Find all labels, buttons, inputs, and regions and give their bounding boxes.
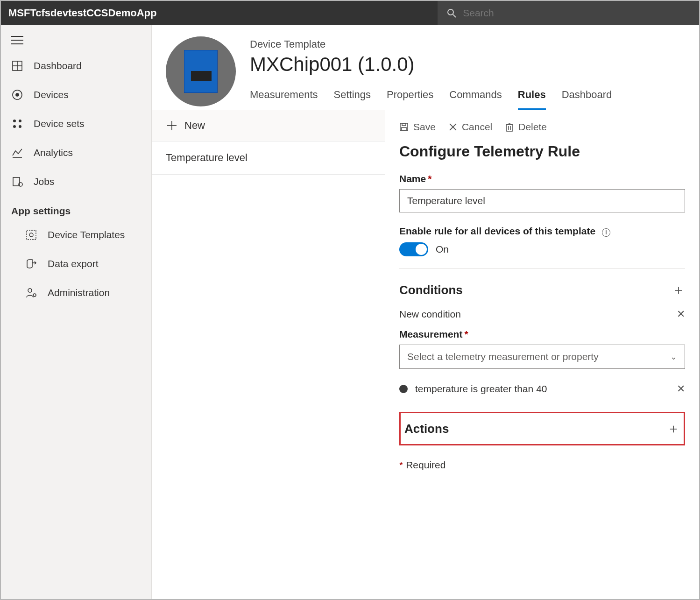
search-icon: [446, 7, 457, 19]
jobs-icon: [11, 176, 23, 188]
hamburger-menu[interactable]: [1, 29, 151, 51]
measurement-select[interactable]: Select a telemetry measurement or proper…: [399, 345, 685, 369]
rule-detail-panel: Save Cancel Delete Configure Telemetry R…: [385, 110, 699, 599]
sidebar-item-devices[interactable]: Devices: [1, 80, 151, 109]
rule-name-input[interactable]: [399, 189, 685, 212]
tab-rules[interactable]: Rules: [518, 89, 546, 110]
sidebar-item-label: Administration: [48, 287, 110, 298]
top-bar: MSFTcfsdevtestCCSDemoApp: [1, 1, 699, 25]
condition-dot-icon: [399, 385, 408, 393]
search-input[interactable]: [463, 7, 691, 19]
svg-point-0: [448, 9, 453, 15]
dashboard-icon: [11, 60, 23, 72]
export-icon: [25, 258, 37, 270]
sidebar-item-label: Devices: [34, 89, 69, 100]
svg-point-12: [13, 125, 16, 128]
breadcrumb: Device Template: [250, 36, 685, 50]
sidebar-section-app-settings: App settings: [1, 196, 151, 220]
rules-list: New Temperature level: [152, 110, 385, 599]
svg-rect-29: [507, 125, 512, 131]
tab-dashboard[interactable]: Dashboard: [562, 89, 612, 110]
sidebar-item-jobs[interactable]: Jobs: [1, 167, 151, 196]
close-icon: [449, 123, 457, 131]
conditions-heading: Conditions: [399, 283, 463, 297]
sidebar-item-label: Data export: [48, 258, 99, 269]
sidebar-item-device-templates[interactable]: Device Templates: [1, 220, 151, 249]
svg-rect-26: [402, 127, 406, 131]
device-image: [166, 36, 236, 106]
svg-rect-25: [402, 123, 406, 126]
sidebar-item-label: Jobs: [34, 176, 54, 187]
save-icon: [399, 122, 409, 132]
sidebar-item-analytics[interactable]: Analytics: [1, 138, 151, 167]
delete-button[interactable]: Delete: [505, 121, 547, 133]
actions-heading: Actions: [404, 422, 449, 436]
svg-point-18: [29, 233, 33, 237]
required-note: *Required: [399, 459, 685, 471]
divider: [399, 268, 685, 269]
sidebar-item-label: Analytics: [34, 147, 73, 158]
svg-point-20: [28, 289, 32, 292]
svg-point-21: [33, 294, 36, 296]
cancel-button[interactable]: Cancel: [449, 121, 492, 133]
plus-icon: [166, 120, 178, 132]
svg-point-10: [13, 120, 16, 122]
add-action-button[interactable]: ＋: [667, 420, 680, 438]
existing-condition: temperature is greater than 40: [415, 383, 547, 395]
sidebar-item-device-sets[interactable]: Device sets: [1, 109, 151, 138]
svg-point-11: [19, 120, 21, 122]
add-condition-button[interactable]: ＋: [672, 281, 685, 299]
template-title: MXChip001 (1.0.0): [250, 53, 685, 76]
tab-bar: Measurements Settings Properties Command…: [250, 89, 685, 110]
new-rule-label: New: [184, 120, 205, 132]
chevron-down-icon: ⌄: [670, 352, 677, 362]
sidebar-item-label: Device sets: [34, 118, 85, 129]
svg-rect-17: [27, 230, 36, 240]
trash-icon: [505, 122, 514, 132]
sidebar-item-administration[interactable]: Administration: [1, 278, 151, 307]
new-condition-label: New condition: [399, 309, 461, 320]
info-icon[interactable]: i: [602, 228, 610, 237]
new-rule-button[interactable]: New: [152, 110, 385, 141]
tab-properties[interactable]: Properties: [387, 89, 433, 110]
actions-section-highlight: Actions ＋: [399, 412, 685, 445]
device-sets-icon: [11, 118, 23, 130]
sidebar-item-dashboard[interactable]: Dashboard: [1, 51, 151, 80]
rule-list-item[interactable]: Temperature level: [152, 141, 385, 175]
svg-point-9: [16, 93, 19, 96]
svg-line-1: [453, 14, 456, 17]
template-header: Device Template MXChip001 (1.0.0) Measur…: [152, 25, 699, 110]
tab-measurements[interactable]: Measurements: [250, 89, 318, 110]
analytics-icon: [11, 147, 23, 159]
action-bar: Save Cancel Delete: [399, 120, 685, 143]
templates-icon: [25, 229, 37, 241]
name-label: Name*: [399, 173, 685, 184]
sidebar: Dashboard Devices Device sets Analytics: [1, 25, 152, 599]
svg-point-13: [19, 125, 21, 128]
admin-icon: [25, 287, 37, 299]
remove-condition-button[interactable]: ✕: [677, 308, 685, 320]
enable-label: Enable rule for all devices of this temp…: [399, 226, 685, 237]
tab-commands[interactable]: Commands: [449, 89, 502, 110]
measurement-label: Measurement*: [399, 329, 685, 340]
panel-title: Configure Telemetry Rule: [399, 143, 685, 160]
sidebar-item-label: Dashboard: [34, 60, 82, 71]
toggle-state: On: [436, 244, 449, 255]
enable-toggle[interactable]: [399, 242, 428, 256]
devices-icon: [11, 89, 23, 101]
measurement-placeholder: Select a telemetry measurement or proper…: [407, 351, 599, 362]
sidebar-item-label: Device Templates: [48, 229, 125, 240]
app-name: MSFTcfsdevtestCCSDemoApp: [1, 7, 438, 19]
remove-existing-condition-button[interactable]: ✕: [677, 383, 685, 395]
search-box[interactable]: [438, 1, 699, 25]
sidebar-item-data-export[interactable]: Data export: [1, 249, 151, 278]
save-button[interactable]: Save: [399, 121, 436, 133]
tab-settings[interactable]: Settings: [334, 89, 371, 110]
